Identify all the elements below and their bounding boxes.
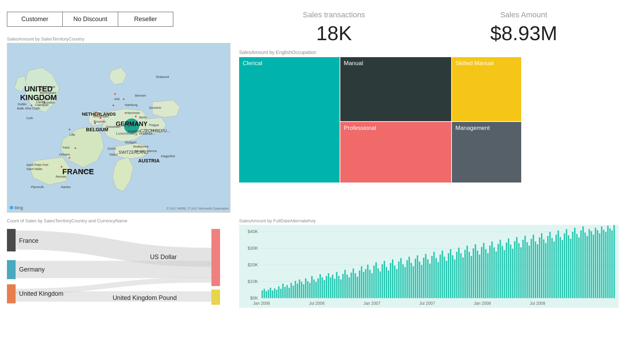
filter-reseller[interactable]: Reseller (118, 12, 173, 27)
svg-rect-188 (456, 252, 457, 298)
svg-rect-189 (458, 248, 460, 298)
svg-rect-100 (274, 288, 276, 298)
svg-rect-10 (114, 93, 116, 95)
filter-customer[interactable]: Customer (7, 12, 62, 27)
treemap-cell-clerical[interactable]: Clerical (239, 57, 340, 183)
svg-rect-125 (326, 276, 327, 298)
svg-rect-219 (520, 247, 522, 298)
svg-rect-156 (390, 263, 391, 298)
svg-rect-235 (553, 241, 555, 298)
svg-rect-246 (576, 234, 578, 298)
svg-rect-151 (379, 272, 381, 298)
map-copyright: © 2017 HERE, © 2017 Microsoft Corporatio… (167, 207, 229, 210)
svg-text:Vaduz: Vaduz (109, 153, 118, 156)
svg-rect-193 (466, 246, 468, 298)
svg-text:Hamburg: Hamburg (125, 103, 138, 107)
treemap-cell-management[interactable]: Management (452, 122, 521, 183)
sankey-section: Count of Sales by SalesTerritoryCountry … (3, 215, 232, 361)
svg-rect-263 (611, 230, 613, 298)
svg-rect-180 (439, 255, 441, 298)
svg-rect-238 (560, 237, 561, 298)
svg-rect-168 (415, 259, 416, 298)
svg-rect-118 (311, 276, 313, 298)
areachart-container: $40K $30K $20K $10K $0K (239, 225, 619, 308)
filter-no-discount[interactable]: No Discount (62, 12, 118, 27)
svg-rect-254 (593, 234, 594, 298)
svg-rect-147 (371, 273, 373, 298)
svg-text:Budejovice: Budejovice (133, 145, 149, 148)
svg-rect-114 (303, 284, 304, 298)
svg-rect-178 (435, 258, 437, 298)
svg-rect-223 (528, 246, 530, 298)
svg-rect-221 (524, 236, 526, 298)
svg-text:Jul 2007: Jul 2007 (419, 301, 435, 306)
svg-text:Zurich: Zurich (107, 147, 116, 150)
svg-rect-98 (270, 288, 271, 298)
svg-text:Jan 2006: Jan 2006 (253, 301, 270, 306)
svg-rect-240 (564, 233, 565, 298)
svg-text:Norwich: Norwich (43, 97, 54, 100)
svg-rect-248 (580, 230, 582, 298)
svg-text:Baile Átha Cliath: Baile Átha Cliath (17, 107, 40, 110)
svg-rect-201 (483, 243, 484, 298)
svg-text:Stralsund: Stralsund (156, 75, 169, 79)
svg-rect-161 (400, 258, 402, 298)
svg-rect-253 (591, 231, 592, 298)
svg-rect-244 (572, 232, 574, 298)
svg-rect-145 (367, 265, 368, 298)
svg-text:Szczecin: Szczecin (149, 106, 161, 109)
svg-rect-218 (518, 243, 519, 298)
svg-rect-137 (351, 273, 352, 298)
svg-rect-133 (342, 274, 344, 298)
svg-text:$10K: $10K (248, 279, 259, 284)
svg-rect-185 (450, 249, 451, 298)
svg-rect-76 (211, 229, 220, 286)
svg-rect-96 (266, 291, 267, 298)
svg-rect-123 (322, 277, 323, 298)
svg-rect-231 (545, 243, 547, 298)
bing-logo: ⊕ bing (9, 205, 23, 210)
svg-rect-116 (307, 281, 308, 298)
svg-rect-217 (516, 237, 517, 298)
sankey-title: Count of Sales by SalesTerritoryCountry … (7, 218, 229, 223)
svg-rect-205 (491, 241, 493, 298)
treemap-label-manual: Manual (344, 60, 363, 67)
svg-rect-117 (309, 283, 311, 298)
treemap-cell-manual[interactable]: Manual (340, 57, 451, 121)
svg-rect-153 (384, 261, 385, 298)
svg-rect-149 (375, 262, 377, 298)
svg-rect-124 (324, 280, 325, 298)
svg-rect-207 (496, 251, 497, 298)
treemap-cell-professional[interactable]: Professional (340, 122, 451, 183)
svg-rect-179 (437, 262, 439, 298)
svg-rect-214 (510, 245, 511, 298)
svg-text:Stuttgart: Stuttgart (125, 141, 137, 144)
svg-rect-199 (479, 255, 480, 298)
svg-rect-110 (295, 281, 296, 298)
svg-rect-157 (392, 259, 393, 298)
svg-rect-77 (211, 290, 220, 305)
treemap-label-clerical: Clerical (243, 60, 262, 67)
svg-rect-13 (125, 112, 126, 114)
svg-rect-154 (386, 267, 387, 298)
treemap-cell-skilled[interactable]: Skilled Manual (452, 57, 521, 121)
svg-rect-150 (377, 268, 379, 298)
svg-rect-259 (603, 230, 604, 298)
svg-rect-113 (301, 282, 302, 298)
svg-text:Paris: Paris (63, 146, 70, 149)
svg-rect-184 (448, 253, 449, 298)
svg-rect-166 (411, 263, 412, 298)
svg-rect-155 (388, 270, 389, 298)
svg-rect-195 (471, 256, 472, 298)
svg-text:US Dollar: US Dollar (150, 254, 177, 260)
svg-text:Strasbourg: Strasbourg (78, 169, 93, 172)
svg-rect-73 (7, 229, 16, 251)
kpi-transactions: Sales transactions 18K (239, 10, 429, 44)
svg-rect-171 (421, 265, 422, 298)
svg-rect-247 (578, 237, 580, 298)
svg-rect-148 (373, 266, 375, 298)
svg-rect-7 (75, 148, 76, 149)
svg-text:Vienna: Vienna (147, 149, 157, 153)
map-container[interactable]: UNITED KINGDOM FRANCE GERMANY BELGIUM NE… (7, 43, 230, 213)
svg-rect-99 (272, 291, 273, 298)
